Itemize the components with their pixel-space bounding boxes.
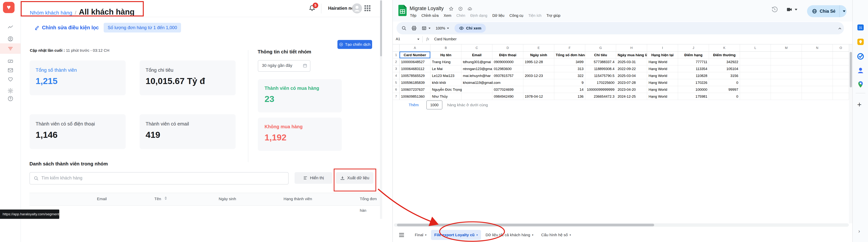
meet-camera-icon[interactable] bbox=[786, 6, 797, 13]
sheets-logo-icon[interactable] bbox=[398, 5, 407, 17]
help-icon[interactable] bbox=[7, 96, 13, 102]
sheet-cell[interactable]: 100609851360 bbox=[400, 93, 430, 100]
sheet-cell[interactable] bbox=[740, 58, 771, 65]
sheet-cell[interactable] bbox=[802, 72, 833, 79]
sheet-cell[interactable] bbox=[740, 72, 771, 79]
sheet-cell[interactable]: 0 bbox=[709, 79, 740, 86]
sheet-cell[interactable]: Hạng World bbox=[647, 93, 678, 100]
column-header-J[interactable]: J bbox=[678, 45, 709, 52]
sheet-cell[interactable]: Ngày mua hàng lần đầu bbox=[616, 52, 647, 58]
column-header-K[interactable]: K bbox=[709, 45, 740, 52]
sheet-cell[interactable] bbox=[771, 65, 802, 72]
sheet-cell[interactable] bbox=[740, 52, 771, 58]
sheet-cell[interactable]: 1995-12-28 bbox=[523, 58, 554, 65]
collapse-toolbar-icon[interactable] bbox=[837, 26, 842, 32]
sheet-cell[interactable] bbox=[833, 65, 849, 72]
create-campaign-button[interactable]: Tạo chiến dịch bbox=[337, 40, 372, 49]
sort-icon[interactable] bbox=[165, 196, 167, 200]
sheet-cell[interactable] bbox=[771, 58, 802, 65]
sheet-cell[interactable]: 322 bbox=[554, 72, 585, 79]
sheet-cell[interactable]: 236654472.3 bbox=[585, 93, 616, 100]
menu-Xem[interactable]: Xem bbox=[444, 14, 451, 18]
tab-dropdown-icon[interactable]: ▾ bbox=[476, 234, 477, 236]
analytics-icon[interactable] bbox=[7, 24, 13, 30]
mail-icon[interactable] bbox=[7, 67, 13, 73]
sheet-cell[interactable] bbox=[771, 79, 802, 86]
date-range-select[interactable]: 30 ngày gần đây bbox=[258, 60, 310, 72]
sheet-cell[interactable] bbox=[802, 58, 833, 65]
zoom-control[interactable]: 100% bbox=[436, 26, 449, 30]
sheet-cell[interactable]: 100578565529 bbox=[400, 72, 430, 79]
sheet-cell[interactable]: 100596185839 bbox=[400, 79, 430, 86]
sheet-cell[interactable]: 2022-09-22 bbox=[616, 65, 647, 72]
version-history-icon[interactable] bbox=[771, 6, 778, 14]
sheet-cell[interactable]: Hạng World bbox=[647, 86, 678, 93]
name-box-dropdown-icon[interactable] bbox=[417, 39, 419, 40]
edit-filter-link[interactable]: Chỉnh sửa điều kiện lọc bbox=[34, 25, 99, 31]
sheet-cell[interactable]: Email bbox=[461, 52, 492, 58]
sheet-cell[interactable]: 136 bbox=[554, 93, 585, 100]
sheet-cell[interactable] bbox=[523, 79, 554, 86]
menu-Tệp[interactable]: Tệp bbox=[410, 14, 416, 18]
column-header-N[interactable]: N bbox=[802, 45, 833, 52]
print-icon[interactable] bbox=[411, 26, 417, 31]
sheet-cell[interactable]: Tổng số đơn hàng bbox=[554, 52, 585, 58]
sheet-cell[interactable] bbox=[740, 65, 771, 72]
sheet-cell[interactable]: 110828 bbox=[678, 72, 709, 79]
all-sheets-menu-icon[interactable] bbox=[399, 233, 404, 237]
sheet-cell[interactable]: 115475790.5 bbox=[585, 72, 616, 79]
row-header-6[interactable]: 6 bbox=[393, 86, 400, 93]
sheet-cell[interactable]: 14 bbox=[554, 86, 585, 93]
keep-icon[interactable] bbox=[857, 38, 864, 46]
sheet-cell[interactable]: Điểm thưởng bbox=[709, 52, 740, 58]
maps-icon[interactable] bbox=[857, 81, 864, 88]
formula-input[interactable]: Card Number bbox=[434, 37, 457, 41]
chevron-down-icon[interactable] bbox=[447, 28, 449, 29]
col-header-birthday[interactable]: Ngày sinh bbox=[219, 193, 236, 205]
document-title[interactable]: Migrate Loyalty bbox=[410, 6, 444, 11]
column-header-H[interactable]: H bbox=[616, 45, 647, 52]
user-name[interactable]: Hairatien ne bbox=[328, 6, 354, 11]
horizontal-scrollbar[interactable] bbox=[394, 223, 849, 227]
col-header-name[interactable]: Tên bbox=[154, 193, 161, 205]
sheet-cell[interactable]: Hạng World bbox=[647, 72, 678, 79]
sheet-tab-Final[interactable]: Final▾ bbox=[411, 230, 430, 240]
sheet-cell[interactable]: Nguyễn Đức Trọng bbox=[430, 86, 461, 93]
sheet-cell[interactable]: 0937815757 bbox=[492, 72, 523, 79]
sheet-cell[interactable]: 2025-03-04 bbox=[616, 72, 647, 79]
sheet-cell[interactable] bbox=[771, 72, 802, 79]
search-input[interactable]: Tìm kiếm khách hàng bbox=[29, 172, 288, 185]
sheet-cell[interactable]: Le123 Mai123 bbox=[430, 72, 461, 79]
sheet-cell[interactable]: 3156 bbox=[709, 72, 740, 79]
sheet-cell[interactable]: 012983600 bbox=[492, 65, 523, 72]
sheet-cell[interactable] bbox=[523, 65, 554, 72]
sheet-cell[interactable]: 99997 bbox=[709, 86, 740, 93]
column-header-L[interactable]: L bbox=[740, 45, 771, 52]
add-rows-button[interactable]: Thêm bbox=[409, 103, 419, 107]
sheet-cell[interactable]: Hạng World bbox=[647, 65, 678, 72]
sheet-cell[interactable]: 2003-12-23 bbox=[523, 72, 554, 79]
sheet-cell[interactable] bbox=[740, 86, 771, 93]
sheet-cell[interactable]: 105104 bbox=[709, 65, 740, 72]
sheet-cell[interactable]: 342922 bbox=[709, 58, 740, 65]
column-header-A[interactable]: A bbox=[400, 45, 430, 52]
notification-bell-icon[interactable]: 5 bbox=[309, 4, 320, 14]
sheet-cell[interactable] bbox=[740, 79, 771, 86]
sheet-cell[interactable]: 100000648527 bbox=[400, 58, 430, 65]
select-all-corner[interactable] bbox=[393, 45, 400, 52]
vertical-scrollbar[interactable] bbox=[849, 45, 853, 223]
sheet-cell[interactable] bbox=[802, 86, 833, 93]
sheet-cell[interactable]: Hạng World bbox=[647, 79, 678, 86]
sheet-cell[interactable]: 3499 bbox=[554, 58, 585, 65]
sheet-cell[interactable] bbox=[523, 86, 554, 93]
column-header-E[interactable]: E bbox=[523, 45, 554, 52]
sheet-cell[interactable] bbox=[833, 72, 849, 79]
sheet-cell[interactable]: 577388337.4 bbox=[585, 58, 616, 65]
column-header-O[interactable]: O bbox=[833, 45, 849, 52]
sheet-cell[interactable]: Điện thoại bbox=[492, 52, 523, 58]
voucher-icon[interactable] bbox=[7, 58, 13, 64]
sheet-cell[interactable]: khôi khôi bbox=[430, 79, 461, 86]
sheet-cell[interactable]: ntnngan123@gma bbox=[461, 65, 492, 72]
sheet-cell[interactable]: 2025-03-31 bbox=[616, 58, 647, 65]
sheet-cell[interactable]: 2024-12-25 bbox=[616, 93, 647, 100]
